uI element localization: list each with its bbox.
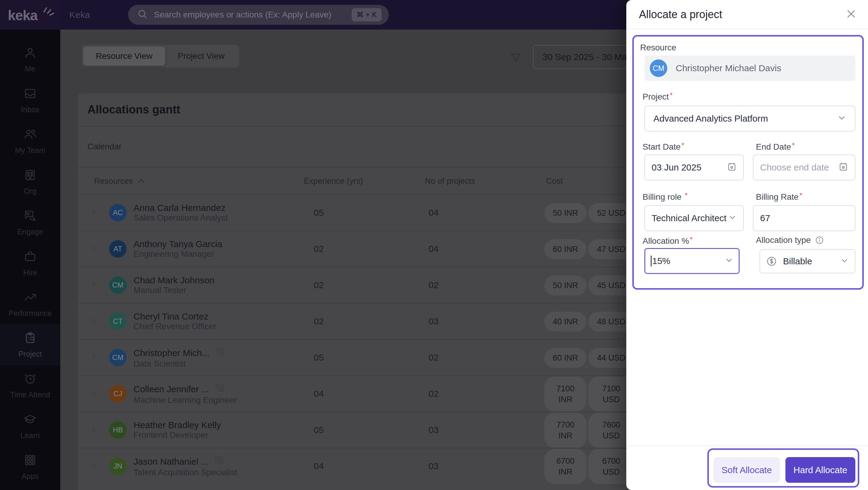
sidebar-item-label: Project [19, 350, 42, 358]
sidebar-item-performance[interactable]: Performance [0, 284, 60, 324]
required-asterisk: * [690, 235, 692, 243]
resource-role: Machine Learning Engineer [133, 395, 237, 405]
billing-role-select[interactable]: Technical Architect [644, 205, 744, 231]
projects-value: 02 [429, 280, 438, 290]
sidebar-item-inbox[interactable]: Inbox [0, 80, 60, 121]
sidebar-item-label: Apps [22, 472, 39, 481]
column-header-resources[interactable]: Resources [94, 176, 145, 185]
required-asterisk: * [681, 141, 684, 149]
allocation-pct-input[interactable]: 15% [644, 248, 740, 274]
avatar: CT [109, 313, 127, 330]
expand-row-icon[interactable] [89, 425, 98, 435]
sidebar-item-time-attend[interactable]: Time Attend [0, 365, 60, 406]
sidebar: keka MeInboxMy TeamOrgEngageHirePerforma… [0, 0, 60, 490]
expand-row-icon[interactable] [89, 244, 98, 254]
resource-cell: Chad Mark JohnsonManual Tester [133, 275, 214, 295]
resource-role: Data Scientist [133, 359, 186, 368]
column-header-experience: Experience (yrs) [304, 176, 363, 185]
hard-allocate-button[interactable]: Hard Allocate [785, 457, 855, 483]
sidebar-item-label: Time Attend [10, 391, 50, 399]
expand-row-icon[interactable] [89, 461, 98, 471]
global-search-input[interactable]: Search employees or actions (Ex: Apply L… [128, 5, 389, 25]
resource-cell: Christopher Mich...Data Scientist [133, 347, 226, 369]
avatar: AC [109, 204, 127, 222]
drawer-footer-divider [626, 445, 868, 446]
projects-value: 03 [429, 316, 438, 326]
filter-icon [509, 61, 523, 66]
column-header-cost: Cost [546, 176, 563, 185]
sidebar-item-apps[interactable]: Apps [0, 446, 60, 487]
sidebar-item-engage[interactable]: Engage [0, 202, 60, 243]
allocation-doc-icon [214, 383, 225, 395]
project-select[interactable]: Advanced Analytics Platform [644, 106, 855, 132]
sidebar-item-learn[interactable]: Learn [0, 406, 60, 446]
trend-icon [23, 290, 37, 305]
cost-inr-badge: 50 INR [544, 276, 587, 295]
sidebar-nav: MeInboxMy TeamOrgEngageHirePerformancePr… [0, 30, 60, 487]
billing-rate-input[interactable]: 67 [753, 205, 855, 231]
app-name-label: Keka [69, 10, 90, 20]
experience-value: 02 [314, 316, 324, 326]
required-asterisk: * [670, 91, 673, 99]
info-icon[interactable] [815, 236, 824, 245]
expand-row-icon[interactable] [89, 388, 98, 399]
resource-role: Manual Tester [133, 285, 186, 295]
expand-row-icon[interactable] [89, 208, 98, 218]
cost-inr-badge: 50 INR [544, 203, 587, 223]
resource-cell: Anthony Tanya GarciaEngineering Manager [133, 239, 222, 259]
avatar: HB [109, 421, 127, 439]
sidebar-item-org[interactable]: Org [0, 162, 60, 202]
billing-rate-label: Billing Rate* [756, 191, 802, 202]
cost-inr-badge: 60 INR [544, 239, 587, 259]
sort-ascending-icon [137, 178, 145, 184]
allocation-doc-icon [215, 347, 226, 359]
inbox-icon [23, 87, 37, 102]
search-placeholder: Search employees or actions (Ex: Apply L… [154, 10, 352, 20]
start-date-input[interactable]: 03 Jun 2025 [644, 154, 744, 180]
soft-allocate-button[interactable]: Soft Allocate [713, 457, 780, 483]
allocation-pct-label: Allocation %* [643, 235, 692, 246]
tab-project-view[interactable]: Project View [165, 47, 237, 66]
start-date-label: Start Date* [643, 141, 684, 152]
drawer-header: Allocate a project [626, 0, 868, 29]
date-range-picker[interactable]: 30 Sep 2025 - 30 Mar 20 [533, 45, 628, 69]
users-icon [23, 127, 37, 142]
sidebar-item-project[interactable]: Project [0, 324, 60, 365]
expand-row-icon[interactable] [89, 316, 98, 326]
allocate-project-drawer: Allocate a project Resource CM Christoph… [626, 0, 868, 490]
resource-name: Cheryl Tina Cortez [133, 311, 216, 322]
allocation-type-select[interactable]: Billable [760, 249, 855, 273]
resource-cell: Colleen Jennifer ...Machine Learning Eng… [133, 383, 237, 405]
sidebar-item-me[interactable]: Me [0, 39, 60, 80]
text-cursor [651, 256, 652, 266]
resource-role: Engineering Manager [133, 249, 214, 259]
filter-button[interactable] [509, 51, 523, 66]
projects-value: 03 [429, 425, 438, 435]
expand-row-icon[interactable] [89, 352, 98, 363]
chevron-down-icon [725, 256, 733, 266]
end-date-input[interactable]: Choose end date [753, 154, 855, 180]
sidebar-item-label: Me [25, 64, 36, 73]
allocation-type-label: Allocation type [756, 235, 824, 245]
logo[interactable]: keka [0, 0, 60, 30]
experience-value: 04 [314, 388, 324, 399]
experience-value: 02 [314, 280, 324, 290]
cost-inr-badge: 6700INR [544, 449, 587, 484]
search-shortcut-badge: ⌘ + K [352, 8, 381, 22]
sidebar-item-my-team[interactable]: My Team [0, 121, 60, 162]
cap-icon [23, 412, 37, 428]
resource-name: Heather Bradley Kelly [133, 420, 221, 430]
resource-avatar: CM [650, 59, 667, 77]
expand-row-icon[interactable] [89, 280, 98, 290]
close-icon[interactable] [846, 8, 857, 21]
briefcase-icon [23, 250, 37, 265]
chevron-down-icon [728, 213, 737, 224]
resource-name: Anna Carla Hernandez [133, 203, 228, 213]
resource-cell: Jason Nathaniel ...Talent Acquisition Sp… [133, 455, 237, 477]
tab-resource-view[interactable]: Resource View [83, 47, 165, 66]
sidebar-item-label: Performance [8, 309, 52, 318]
avatar: CM [109, 277, 127, 294]
required-asterisk: * [792, 141, 795, 149]
sidebar-item-hire[interactable]: Hire [0, 243, 60, 284]
experience-value: 05 [314, 352, 324, 363]
